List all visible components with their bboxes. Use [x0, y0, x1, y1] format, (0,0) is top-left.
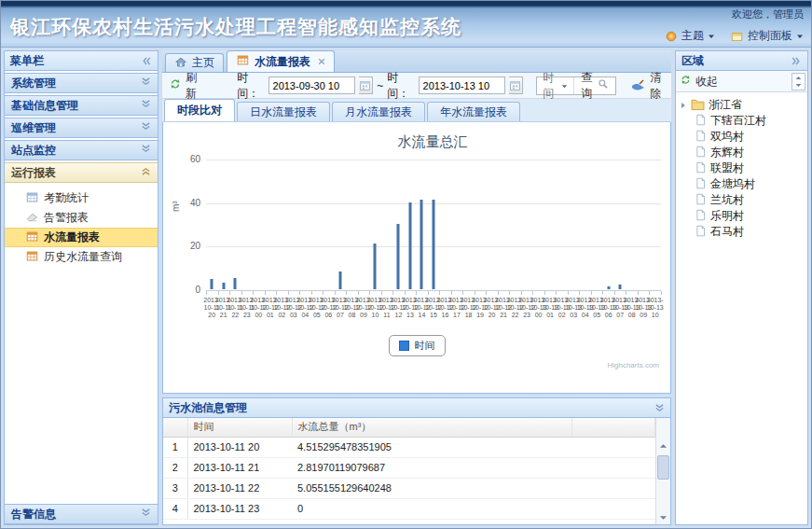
sidebar-item-3[interactable]: 历史水流量查询 [5, 247, 158, 267]
region-title: 区域 [681, 53, 704, 69]
time-to-label: 时间： [387, 70, 414, 102]
control-panel-button[interactable]: 控制面板 [730, 28, 804, 44]
refresh-button[interactable]: 刷新 [169, 70, 200, 102]
report-subtabs: 时段比对日水流量报表月水流量报表年水流量报表 [162, 99, 671, 122]
x-tick-mark [288, 291, 289, 295]
sidebar-section-2[interactable]: 巡维管理 [5, 118, 158, 138]
tree-node-label: 金塘坞村 [710, 176, 755, 192]
chart-bar[interactable] [222, 283, 225, 289]
query-button[interactable]: 查询 [574, 70, 615, 102]
scrollbar-thumb[interactable] [657, 455, 669, 480]
tree-node-village-6[interactable]: 乐明村 [678, 208, 805, 224]
chart-bar[interactable] [234, 278, 237, 289]
x-tick-mark [626, 291, 626, 295]
cell-time: 2013-10-11 22 [187, 478, 292, 498]
cell-total-flow: 4.515295478351905 [292, 437, 571, 457]
sidebar-section-label: 基础信息管理 [11, 98, 78, 114]
tree-node-village-2[interactable]: 东辉村 [678, 145, 805, 160]
tree-node-village-1[interactable]: 双坞村 [678, 129, 805, 145]
close-icon[interactable] [318, 58, 325, 65]
table-row[interactable]: 32013-10-11 225.055155129640248 [163, 478, 655, 498]
tree-node-village-0[interactable]: 下辖百江村 [678, 113, 805, 129]
cell-index: 2 [163, 457, 187, 478]
chart-bar[interactable] [607, 286, 610, 289]
table-orange-icon [25, 230, 39, 245]
sidebar-section-0[interactable]: 系统管理 [5, 73, 158, 93]
tree-expand-icon[interactable] [680, 99, 687, 112]
sidebar-item-2[interactable]: 水流量报表 [5, 228, 158, 247]
bottom-panel-title: 污水池信息管理 [169, 400, 247, 416]
collapse-tree-button[interactable]: 收起 [695, 74, 718, 90]
sidebar-item-0[interactable]: 考勤统计 [5, 188, 158, 208]
legend-swatch [399, 341, 409, 351]
scroll-up-icon[interactable] [656, 439, 670, 452]
chart-bar[interactable] [420, 200, 423, 289]
x-tick-mark [544, 291, 545, 295]
sidebar-section-3[interactable]: 站点监控 [5, 140, 158, 160]
table-scrollbar[interactable] [655, 418, 670, 524]
tree-scroll-spinner[interactable] [791, 73, 805, 90]
time-to-input[interactable] [419, 77, 505, 94]
x-tick-mark [638, 291, 639, 295]
chart-bar[interactable] [374, 244, 377, 289]
chart-bar[interactable] [433, 200, 435, 289]
legend-item-time[interactable]: 时间 [389, 335, 446, 356]
subtab-0[interactable]: 时段比对 [164, 99, 235, 121]
file-icon [695, 130, 707, 145]
x-tick-mark [591, 291, 592, 295]
calendar-icon[interactable] [509, 77, 524, 94]
file-icon [695, 146, 707, 160]
file-icon [695, 114, 707, 129]
x-tick-mark [498, 291, 499, 295]
chart-bar[interactable] [619, 285, 622, 289]
chart-bar[interactable] [211, 279, 213, 289]
query-group: 时间 查询 [536, 77, 616, 95]
tree-node-village-5[interactable]: 兰坑村 [678, 192, 805, 208]
refresh-icon[interactable] [680, 74, 692, 89]
collapse-left-icon[interactable] [141, 56, 152, 66]
file-icon [695, 209, 707, 224]
header-time[interactable]: 时间 [187, 418, 292, 437]
time-type-value: 时间 [543, 70, 557, 102]
chart-bar[interactable] [338, 271, 341, 289]
clear-button[interactable]: 清除 [631, 70, 665, 102]
subtab-1[interactable]: 日水流量报表 [237, 102, 330, 121]
chart-bar[interactable] [408, 202, 411, 289]
app-window: 银江环保农村生活污水处理工程智能感知监控系统 欢迎您，管理员 主题 控制面板 菜… [0, 0, 812, 529]
x-tick-mark [253, 291, 254, 295]
subtab-2[interactable]: 月水流量报表 [332, 102, 425, 121]
file-icon [695, 177, 707, 192]
calendar-icon[interactable] [359, 77, 374, 94]
cell-total-flow: 0 [292, 498, 571, 519]
subtab-3[interactable]: 年水流量报表 [427, 102, 520, 121]
x-tick-mark [439, 291, 440, 295]
sidebar-section-1[interactable]: 基础信息管理 [5, 95, 158, 116]
sidebar-item-1[interactable]: 告警报表 [5, 208, 158, 228]
sidebar-item-label: 考勤统计 [44, 190, 89, 206]
sidebar-item-label: 水流量报表 [44, 230, 100, 245]
header-total-flow[interactable]: 水流总量（m³） [292, 418, 571, 437]
table-row[interactable]: 42013-10-11 230 [163, 498, 655, 519]
sidebar-section-label: 巡维管理 [11, 120, 56, 136]
x-tick-mark [229, 291, 230, 295]
tree-node-province[interactable]: 浙江省 [678, 97, 805, 113]
time-type-select[interactable]: 时间 [537, 77, 574, 94]
tree-node-label: 乐明村 [710, 208, 744, 224]
header-index[interactable] [163, 418, 187, 437]
scroll-down-icon[interactable] [656, 510, 670, 524]
sidebar-section-reports[interactable]: 运行报表 [5, 162, 158, 183]
chevron-double-down-icon[interactable] [654, 403, 665, 413]
collapse-right-icon[interactable] [791, 56, 802, 66]
table-row[interactable]: 12013-10-11 204.515295478351905 [163, 437, 655, 457]
chart-bar[interactable] [397, 224, 400, 289]
tree-node-village-7[interactable]: 石马村 [678, 224, 805, 240]
tree-node-village-3[interactable]: 联盟村 [678, 160, 805, 176]
theme-button[interactable]: 主题 [665, 28, 715, 44]
time-from-input[interactable] [268, 77, 355, 94]
sidebar-section-alarm-info[interactable]: 告警信息 [5, 504, 158, 524]
query-button-label: 查询 [581, 70, 594, 102]
table-row[interactable]: 22013-10-11 212.81970119079687 [163, 457, 655, 478]
highcharts-credit[interactable]: Highcharts.com [607, 361, 659, 369]
x-tick-mark [556, 291, 557, 295]
tree-node-village-4[interactable]: 金塘坞村 [678, 176, 805, 192]
